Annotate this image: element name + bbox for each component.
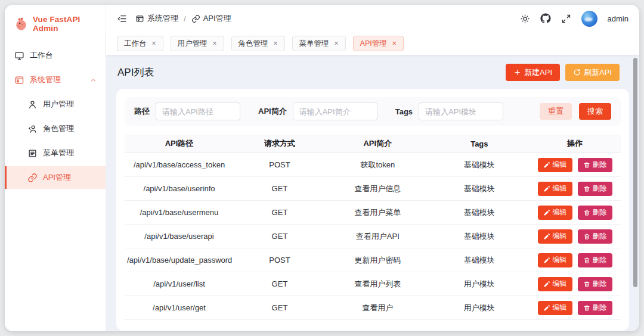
api-path-cell: /api/v1/user/list: [125, 279, 234, 288]
tags-cell: 基础模块: [430, 207, 529, 218]
sidebar-item-system[interactable]: 系统管理: [5, 69, 106, 91]
sidebar-item-roles[interactable]: 角色管理: [5, 117, 106, 140]
sidebar-item-users[interactable]: 用户管理: [5, 93, 106, 116]
sidebar-item-menus[interactable]: 菜单管理: [5, 142, 106, 164]
delete-button[interactable]: 删除: [578, 277, 612, 291]
edit-button[interactable]: 编辑: [538, 158, 572, 172]
fullscreen-button[interactable]: [561, 14, 571, 24]
pencil-icon: [543, 281, 550, 288]
col-actions: 操作: [529, 138, 621, 149]
app-title: Vue FastAPI Admin: [33, 15, 97, 33]
api-path-cell: /api/v1/base/update_password: [125, 256, 234, 265]
summary-cell: 查看用户API: [326, 231, 430, 242]
api-path-cell: /api/v1/base/usermenu: [125, 208, 234, 217]
method-cell: POST: [234, 256, 326, 265]
delete-label: 删除: [593, 160, 607, 170]
tags-cell: 基础模块: [430, 255, 529, 266]
breadcrumb-label: 系统管理: [147, 13, 178, 24]
fullscreen-icon: [561, 14, 571, 24]
edit-button[interactable]: 编辑: [538, 277, 572, 291]
breadcrumb-label: API管理: [203, 13, 231, 24]
api-path-cell: /api/v1/base/userinfo: [125, 184, 234, 193]
edit-button[interactable]: 编辑: [538, 253, 572, 267]
path-filter-input[interactable]: [156, 102, 240, 120]
tags-filter-input[interactable]: [419, 102, 503, 120]
sidebar-item-label: 菜单管理: [43, 148, 74, 158]
tab-close-icon[interactable]: ×: [213, 40, 217, 47]
row-actions: 编辑 删除: [529, 253, 621, 267]
menu-fold-icon: [117, 14, 127, 24]
tab-workbench[interactable]: 工作台 ×: [117, 36, 163, 51]
breadcrumb-system[interactable]: 系统管理: [135, 13, 178, 24]
trash-icon: [583, 257, 590, 264]
delete-label: 删除: [593, 231, 607, 241]
breadcrumb-api[interactable]: API管理: [191, 13, 231, 24]
table-row: /api/v1/base/access_token POST 获取token 基…: [125, 153, 621, 177]
vertical-scrollbar[interactable]: [633, 58, 637, 287]
link-icon: [191, 14, 200, 23]
summary-cell: 查看用户菜单: [326, 207, 430, 218]
tab-label: 角色管理: [239, 39, 268, 49]
tab-users[interactable]: 用户管理 ×: [171, 36, 224, 51]
tab-close-icon[interactable]: ×: [274, 40, 278, 47]
username[interactable]: admin: [608, 14, 628, 23]
edit-button[interactable]: 编辑: [538, 229, 572, 244]
path-filter-label: 路径: [134, 106, 150, 117]
trash-icon: [583, 209, 590, 216]
table-row: /api/v1/user/list GET 查看用户列表 用户模块 编辑: [125, 272, 621, 296]
tab-api[interactable]: API管理 ×: [353, 36, 404, 51]
pencil-icon: [543, 233, 550, 240]
delete-button[interactable]: 删除: [578, 206, 612, 220]
tab-roles[interactable]: 角色管理 ×: [231, 36, 285, 51]
row-actions: 编辑 删除: [529, 277, 621, 291]
tab-close-icon[interactable]: ×: [152, 40, 156, 47]
github-link[interactable]: [540, 13, 551, 24]
delete-label: 删除: [593, 303, 607, 313]
method-cell: GET: [234, 232, 326, 241]
refresh-api-button[interactable]: 刷新API: [565, 64, 620, 81]
tab-close-icon[interactable]: ×: [335, 40, 339, 47]
user-avatar[interactable]: [581, 11, 597, 27]
edit-button[interactable]: 编辑: [538, 206, 572, 220]
tab-menus[interactable]: 菜单管理 ×: [292, 36, 346, 51]
edit-button[interactable]: 编辑: [538, 182, 572, 196]
edit-label: 编辑: [553, 231, 567, 241]
row-actions: 编辑 删除: [529, 301, 621, 315]
tags-cell: 基础模块: [430, 160, 529, 170]
table-row: /api/v1/base/usermenu GET 查看用户菜单 基础模块 编辑: [125, 201, 621, 225]
sidebar-item-workbench[interactable]: 工作台: [5, 44, 106, 67]
delete-button[interactable]: 删除: [578, 158, 612, 172]
sidebar-item-label: API管理: [43, 172, 71, 183]
edit-label: 编辑: [553, 303, 567, 313]
delete-button[interactable]: 删除: [578, 301, 612, 315]
search-button[interactable]: 搜索: [579, 103, 611, 120]
method-cell: GET: [234, 184, 326, 193]
theme-toggle-button[interactable]: [520, 14, 530, 24]
tags-cell: 基础模块: [430, 183, 529, 194]
topbar: 系统管理 / API管理: [106, 5, 639, 32]
edit-label: 编辑: [553, 279, 567, 289]
sidebar-item-api[interactable]: API管理: [5, 166, 106, 189]
app-window: Vue FastAPI Admin 工作台 系统管理 用户管理: [5, 5, 639, 331]
tab-close-icon[interactable]: ×: [392, 40, 397, 47]
trash-icon: [583, 304, 590, 312]
summary-filter-input[interactable]: [293, 102, 377, 120]
table-header: API路径 请求方式 API简介 Tags 操作: [125, 135, 621, 153]
create-api-label: 新建API: [524, 67, 552, 78]
method-cell: GET: [234, 303, 326, 312]
pencil-icon: [543, 209, 550, 216]
chevron-up-icon: [89, 76, 97, 84]
edit-button[interactable]: 编辑: [538, 301, 572, 315]
sidebar-item-label: 用户管理: [43, 99, 74, 110]
user-icon: [27, 99, 38, 110]
summary-cell: 查看用户信息: [326, 183, 430, 194]
monitor-icon: [14, 51, 24, 61]
col-tags: Tags: [430, 139, 529, 148]
reset-button[interactable]: 重置: [540, 103, 572, 120]
delete-button[interactable]: 删除: [578, 182, 612, 196]
delete-button[interactable]: 删除: [578, 253, 612, 267]
sidebar-collapse-button[interactable]: [117, 14, 127, 24]
tab-label: API管理: [360, 39, 387, 49]
delete-button[interactable]: 删除: [578, 229, 612, 244]
create-api-button[interactable]: 新建API: [506, 64, 560, 81]
